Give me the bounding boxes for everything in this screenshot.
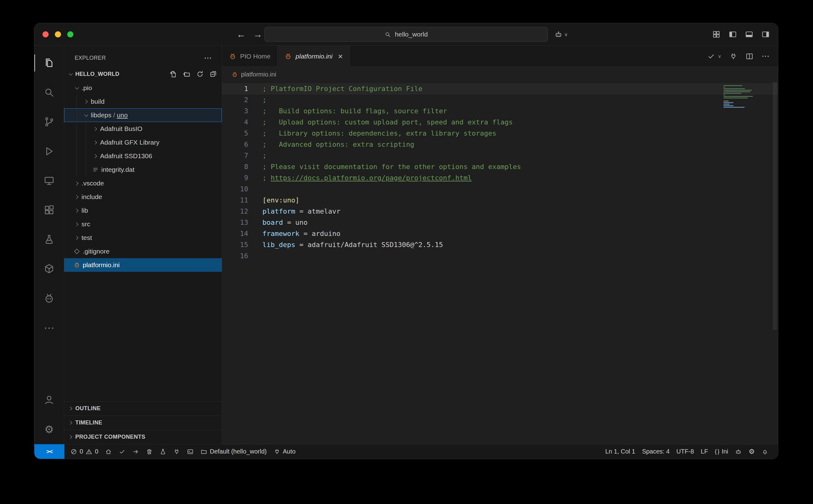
tree-item-gitignore[interactable]: .gitignore xyxy=(64,245,222,258)
zoom-window-button[interactable] xyxy=(67,31,73,37)
panel-timeline[interactable]: TIMELINE xyxy=(64,415,222,430)
code-editor[interactable]: 1; PlatformIO Project Configuration File… xyxy=(222,82,778,444)
explorer-section-header[interactable]: HELLO_WORLD xyxy=(64,67,222,81)
code-line-12[interactable]: 12platform = atmelavr xyxy=(222,206,778,217)
tree-item-build[interactable]: build xyxy=(64,95,222,108)
minimize-window-button[interactable] xyxy=(55,31,61,37)
chevron-right-icon xyxy=(91,122,100,136)
panel-project-components[interactable]: PROJECT COMPONENTS xyxy=(64,430,222,444)
code-line-10[interactable]: 10 xyxy=(222,184,778,195)
build-check-icon[interactable] xyxy=(707,52,715,60)
activity-item-remote-explorer[interactable] xyxy=(34,166,64,195)
pio-home-button[interactable] xyxy=(102,444,115,459)
pio-port-selector[interactable]: Auto xyxy=(270,444,299,459)
code-line-3[interactable]: 3; Build options: build flags, source fi… xyxy=(222,106,778,117)
pio-clean-button[interactable] xyxy=(142,444,156,459)
cursor-position[interactable]: Ln 1, Col 1 xyxy=(602,444,639,459)
code-line-8[interactable]: 8; Please visit documentation for the ot… xyxy=(222,161,778,172)
tab-platformio-ini[interactable]: platformio.ini × xyxy=(278,46,350,67)
tree-item-adafruit-gfx-library[interactable]: Adafruit GFX Library xyxy=(64,136,222,149)
close-window-button[interactable] xyxy=(42,31,49,37)
tree-item-integrity-dat[interactable]: integrity.dat xyxy=(64,163,222,176)
activity-item-run-debug[interactable] xyxy=(34,137,64,166)
notifications[interactable] xyxy=(758,444,772,459)
tree-item-label: uno xyxy=(117,111,128,119)
breadcrumb[interactable]: platformio.ini xyxy=(222,67,778,82)
tab-pio-home[interactable]: PIO Home xyxy=(222,46,278,67)
new-folder-icon[interactable] xyxy=(182,70,191,78)
tree-item-adafruit-ssd1306[interactable]: Adafruit SSD1306 xyxy=(64,149,222,163)
pio-test-button[interactable] xyxy=(156,444,170,459)
activity-item-source-control[interactable] xyxy=(34,107,64,137)
remote-explorer-icon xyxy=(43,175,55,186)
collapse-all-icon[interactable] xyxy=(209,70,218,78)
upload-plug-icon[interactable] xyxy=(729,52,737,60)
code-line-2[interactable]: 2; xyxy=(222,94,778,106)
go-forward-button[interactable]: → xyxy=(253,29,263,40)
split-editor-icon[interactable] xyxy=(746,52,754,60)
scrollbar[interactable] xyxy=(773,82,777,330)
code-line-14[interactable]: 14framework = arduino xyxy=(222,228,778,239)
tree-item-adafruit-busio[interactable]: Adafruit BusIO xyxy=(64,122,222,136)
tree-item-pio[interactable]: .pio xyxy=(64,81,222,95)
code-line-5[interactable]: 5; Library options: dependencies, extra … xyxy=(222,128,778,139)
indentation[interactable]: Spaces: 4 xyxy=(639,444,673,459)
activity-item-platformio[interactable] xyxy=(34,284,64,313)
refresh-icon[interactable] xyxy=(196,70,204,78)
new-file-icon[interactable] xyxy=(169,70,177,78)
activity-item-platformio-tasks[interactable] xyxy=(34,254,64,284)
copilot-menu[interactable]: ∨ xyxy=(554,30,568,39)
code-line-1[interactable]: 1; PlatformIO Project Configuration File xyxy=(222,83,778,94)
pio-env-selector[interactable]: Default (hello_world) xyxy=(197,444,270,459)
explorer-more-actions-icon[interactable]: ⋯ xyxy=(204,53,213,63)
chevron-down-icon[interactable]: ∨ xyxy=(718,54,721,59)
account-icon xyxy=(43,394,55,406)
settings-status[interactable]: ⚙ xyxy=(745,444,758,459)
eol-selector[interactable]: LF xyxy=(698,444,711,459)
activity-item-account[interactable] xyxy=(34,385,64,415)
copilot-status[interactable] xyxy=(732,444,745,459)
code-line-13[interactable]: 13board = uno xyxy=(222,217,778,228)
tree-item-vscode[interactable]: .vscode xyxy=(64,176,222,190)
close-tab-icon[interactable]: × xyxy=(338,52,343,60)
code-line-11[interactable]: 11[env:uno] xyxy=(222,195,778,206)
code-line-7[interactable]: 7; xyxy=(222,150,778,161)
tree-item-test[interactable]: test xyxy=(64,231,222,245)
remote-indicator[interactable]: >< xyxy=(34,444,64,459)
go-back-button[interactable]: ← xyxy=(237,29,246,40)
activity-item-testing[interactable] xyxy=(34,225,64,254)
tree-item-src[interactable]: src xyxy=(64,217,222,231)
activity-item-search[interactable] xyxy=(34,78,64,107)
more-actions-icon[interactable]: ⋯ xyxy=(762,51,770,61)
toggle-panel-right-icon[interactable] xyxy=(761,30,770,39)
activity-item-explorer[interactable] xyxy=(34,48,64,78)
tree-item-include[interactable]: include xyxy=(64,190,222,204)
code-line-16[interactable]: 16 xyxy=(222,250,778,262)
check-icon xyxy=(119,448,125,455)
code-line-15[interactable]: 15lib_deps = adafruit/Adafruit SSD1306@^… xyxy=(222,239,778,250)
customize-layout-icon[interactable] xyxy=(712,30,721,39)
pio-serial-monitor-button[interactable] xyxy=(170,444,183,459)
encoding[interactable]: UTF-8 xyxy=(673,444,698,459)
activity-item-more-views[interactable]: ⋯ xyxy=(34,313,64,342)
activity-item-extensions[interactable] xyxy=(34,195,64,225)
activity-item-settings[interactable]: ⚙ xyxy=(34,415,64,444)
tree-item-libdeps-uno[interactable]: libdeps / uno xyxy=(64,108,222,122)
language-mode[interactable]: { } Ini xyxy=(711,444,732,459)
line-number: 4 xyxy=(222,117,248,128)
braces-icon: { } xyxy=(715,448,719,455)
tree-item-platformio-ini[interactable]: platformio.ini xyxy=(64,258,222,272)
code-line-9[interactable]: 9; https://docs.platformio.org/page/proj… xyxy=(222,172,778,184)
command-center-search[interactable]: hello_world xyxy=(265,27,548,42)
pio-terminal-button[interactable] xyxy=(183,444,197,459)
problems-status[interactable]: 0 0 xyxy=(67,444,102,459)
toggle-panel-bottom-icon[interactable] xyxy=(745,30,754,39)
toggle-panel-left-icon[interactable] xyxy=(728,30,737,39)
minimap[interactable] xyxy=(724,85,767,109)
code-line-6[interactable]: 6; Advanced options: extra scripting xyxy=(222,139,778,150)
tree-item-lib[interactable]: lib xyxy=(64,204,222,217)
pio-upload-button[interactable] xyxy=(129,444,142,459)
pio-build-button[interactable] xyxy=(115,444,129,459)
code-line-4[interactable]: 4; Upload options: custom upload port, s… xyxy=(222,117,778,128)
panel-outline[interactable]: OUTLINE xyxy=(64,401,222,415)
